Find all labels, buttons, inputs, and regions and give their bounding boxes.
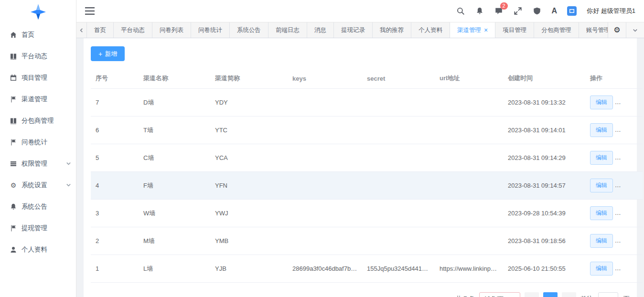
tab-dropdown-chevron-icon[interactable] (626, 22, 644, 38)
sidebar-item-system-settings[interactable]: ⚙ 系统设置 (0, 174, 76, 196)
message-badge: 2 (500, 2, 508, 10)
tab-account-mgmt[interactable]: 账号管理 (579, 22, 608, 38)
next-page-button[interactable] (562, 292, 576, 297)
delete-button[interactable]: 删除 (620, 123, 643, 137)
cell-seq: 1 (91, 255, 139, 283)
cell-keys (288, 89, 362, 117)
cell-actions: 编辑 删除 (585, 144, 643, 172)
tab-settings-gear-icon[interactable]: ⚙ (608, 22, 626, 38)
tabbar: 首页 平台动态 问卷列表 问卷统计 系统公告 前端日志 消息 提现记录 我的推荐… (76, 22, 644, 38)
tab-subcontractor-mgmt[interactable]: 分包商管理 (534, 22, 579, 38)
sidebar-item-project-mgmt[interactable]: 项目管理 (0, 67, 76, 88)
goto-label: 前往 (580, 295, 593, 297)
tab-scroll-left-icon[interactable] (76, 22, 87, 38)
tab-label: 前端日志 (276, 26, 300, 34)
fullscreen-icon[interactable] (514, 7, 523, 16)
cell-url (435, 200, 503, 227)
edit-button[interactable]: 编辑 (590, 234, 613, 248)
add-button[interactable]: + 新增 (91, 46, 125, 61)
sidebar-item-label: 系统公告 (21, 202, 71, 211)
tab-my-referrals[interactable]: 我的推荐 (373, 22, 411, 38)
sidebar-item-profile[interactable]: 个人资料 (0, 239, 76, 260)
cell-seq: 6 (91, 117, 139, 144)
sidebar-item-channel-mgmt[interactable]: 渠道管理 (0, 88, 76, 110)
sidebar-item-withdraw-mgmt[interactable]: 提现管理 (0, 217, 76, 239)
delete-button[interactable]: 删除 (620, 262, 643, 276)
sidebar-item-label: 提现管理 (21, 224, 71, 233)
tab-label: 消息 (314, 26, 326, 34)
cell-url (435, 172, 503, 200)
sidebar-item-label: 权限管理 (21, 159, 62, 168)
book-icon (10, 117, 17, 125)
delete-button[interactable]: 删除 (620, 179, 643, 192)
pagination: 共 7 条 10条/页 1 前往 页 (91, 292, 630, 297)
user-greeting[interactable]: 你好 超级管理员1 (587, 7, 635, 15)
tab-frontend-log[interactable]: 前端日志 (268, 22, 307, 38)
table-row: 7 D墙 YDY 2023-08-31 09:13:32 编辑 删除 (91, 89, 643, 117)
delete-button[interactable]: 删除 (620, 206, 643, 220)
sidebar-item-label: 个人资料 (21, 245, 71, 254)
delete-button[interactable]: 删除 (620, 95, 643, 109)
hamburger-icon[interactable] (85, 7, 95, 15)
sidebar: 首页 平台动态 项目管理 渠道管理 分包商管理 问卷统计 (0, 0, 76, 297)
col-seq: 序号 (91, 68, 139, 89)
sidebar-item-permission-mgmt[interactable]: 权限管理 (0, 153, 76, 174)
sidebar-item-survey-stats[interactable]: 问卷统计 (0, 131, 76, 153)
tab-project-mgmt[interactable]: 项目管理 (495, 22, 534, 38)
sidebar-item-platform-news[interactable]: 平台动态 (0, 45, 76, 67)
tab-controls: ⚙ (608, 22, 644, 38)
tab-platform-news[interactable]: 平台动态 (114, 22, 152, 38)
cell-keys (288, 172, 362, 200)
sidebar-item-system-notice[interactable]: 系统公告 (0, 196, 76, 217)
edit-button[interactable]: 编辑 (590, 95, 613, 109)
cell-name: M墙 (139, 227, 210, 255)
tab-system-notice[interactable]: 系统公告 (230, 22, 268, 38)
page-unit-label: 页 (623, 295, 630, 297)
goto-page-input[interactable] (598, 292, 618, 297)
page-number-1[interactable]: 1 (543, 292, 558, 297)
close-icon[interactable]: × (484, 27, 488, 33)
prev-page-button[interactable] (525, 292, 539, 297)
cell-url (435, 117, 503, 144)
shield-icon[interactable] (533, 7, 542, 16)
delete-button[interactable]: 删除 (620, 151, 643, 165)
tab-survey-list[interactable]: 问卷列表 (152, 22, 191, 38)
edit-button[interactable]: 编辑 (590, 123, 613, 137)
cell-secret (362, 89, 435, 117)
edit-button[interactable]: 编辑 (590, 179, 613, 192)
table-row: 2 M墙 YMB 2023-08-31 09:18:56 编辑 删除 (91, 227, 643, 255)
search-icon[interactable] (456, 7, 465, 16)
sidebar-item-home[interactable]: 首页 (0, 24, 76, 45)
tab-label: 项目管理 (503, 26, 526, 34)
app-link-icon[interactable] (567, 6, 577, 16)
tab-messages[interactable]: 消息 (307, 22, 334, 38)
tab-channel-mgmt[interactable]: 渠道管理 × (450, 22, 495, 38)
sidebar-item-label: 平台动态 (21, 52, 71, 61)
cell-short: YWJ (210, 200, 288, 227)
edit-button[interactable]: 编辑 (590, 206, 613, 220)
edit-button[interactable]: 编辑 (590, 262, 613, 276)
content-area: + 新增 序号 渠道名称 渠道简称 keys secret (76, 38, 644, 297)
chevron-down-icon (66, 161, 71, 166)
message-icon[interactable]: 2 (494, 7, 504, 16)
cell-created: 2023-09-28 10:54:39 (503, 200, 585, 227)
sidebar-item-subcontractor-mgmt[interactable]: 分包商管理 (0, 110, 76, 131)
cell-short: YJB (210, 255, 288, 283)
page-size-select[interactable]: 10条/页 (479, 292, 520, 297)
cell-actions: 编辑 删除 (585, 255, 643, 283)
cell-keys (288, 117, 362, 144)
cell-name: T墙 (139, 117, 210, 144)
font-size-icon[interactable]: A (552, 7, 558, 15)
notification-bell-icon[interactable] (475, 7, 484, 16)
tab-survey-stats[interactable]: 问卷统计 (191, 22, 230, 38)
tab-withdraw-records[interactable]: 提现记录 (334, 22, 373, 38)
col-created: 创建时间 (503, 68, 585, 89)
topbar-actions: 2 A 你好 超级管理员1 (456, 6, 635, 16)
flag-icon (10, 138, 17, 146)
tab-home[interactable]: 首页 (87, 22, 114, 38)
topbar: 2 A 你好 超级管理员1 (76, 0, 644, 22)
tab-profile[interactable]: 个人资料 (411, 22, 450, 38)
delete-button[interactable]: 删除 (620, 234, 643, 248)
flag-icon (10, 95, 17, 103)
edit-button[interactable]: 编辑 (590, 151, 613, 165)
